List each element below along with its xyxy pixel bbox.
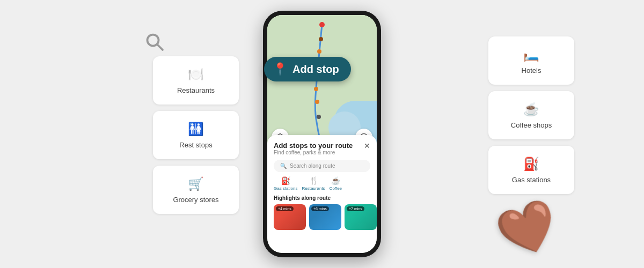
highlights-row: +4 mins +6 mins +7 mins [274, 204, 370, 230]
cat-coffee[interactable]: ☕ Coffee [330, 176, 342, 191]
add-stop-badge[interactable]: 📍 Add stop [264, 57, 351, 81]
phone: Add stops to your route Find coffee, par… [263, 11, 381, 257]
cat-restaurants-icon: 🍴 [309, 176, 318, 185]
phone-screen: Add stops to your route Find coffee, par… [267, 15, 377, 253]
grocery-icon: 🛒 [188, 176, 204, 191]
add-stop-icon: 📍 [273, 62, 287, 76]
highlight-badge-1: +4 mins [276, 206, 294, 211]
cat-coffee-icon: ☕ [331, 176, 340, 185]
svg-point-9 [317, 115, 321, 119]
restaurants-label: Restaurants [177, 86, 215, 94]
grocery-label: Grocery stores [173, 196, 218, 204]
map-area [267, 15, 377, 154]
search-placeholder: Search along route [290, 163, 335, 169]
card-rest-stops[interactable]: 🚻 Rest stops [153, 111, 239, 159]
svg-line-1 [158, 45, 163, 50]
phone-container: Add stops to your route Find coffee, par… [263, 11, 381, 257]
card-gas-stations[interactable]: ⛽ Gas stations [488, 146, 574, 194]
cat-gas-icon: ⛽ [281, 176, 290, 185]
sheet-header: Add stops to your route Find coffee, par… [274, 142, 370, 155]
hotels-icon: 🛏️ [523, 47, 539, 62]
svg-point-7 [314, 87, 318, 91]
coffee-icon: ☕ [523, 102, 539, 117]
cat-restaurants[interactable]: 🍴 Restaurants [302, 176, 325, 191]
search-icon [145, 32, 164, 54]
cat-coffee-label: Coffee [330, 186, 342, 191]
rest-stops-label: Rest stops [179, 141, 212, 149]
restaurants-icon: 🍽️ [188, 67, 204, 82]
gas-stations-label: Gas stations [512, 176, 551, 184]
sheet-title-area: Add stops to your route Find coffee, par… [274, 142, 353, 155]
left-cards-container: 🍽️ Restaurants 🚻 Rest stops 🛒 Grocery st… [153, 56, 239, 214]
svg-point-0 [148, 35, 159, 46]
svg-point-4 [317, 49, 321, 54]
sheet-close-button[interactable]: ✕ [364, 142, 370, 150]
svg-point-2 [319, 22, 325, 27]
scene: 🍽️ Restaurants 🚻 Rest stops 🛒 Grocery st… [0, 0, 644, 268]
card-grocery-stores[interactable]: 🛒 Grocery stores [153, 166, 239, 214]
highlight-card-3[interactable]: +7 mins [345, 204, 377, 230]
highlight-card-1[interactable]: +4 mins [274, 204, 306, 230]
coffee-shops-label: Coffee shops [511, 121, 552, 129]
add-stop-label: Add stop [292, 63, 339, 76]
category-row: ⛽ Gas stations 🍴 Restaurants ☕ Coffee [274, 176, 370, 191]
hotels-label: Hotels [522, 66, 541, 75]
rest-stops-icon: 🚻 [188, 122, 204, 137]
highlights-label: Highlights along route [274, 195, 370, 201]
highlight-badge-2: +6 mins [311, 206, 329, 211]
card-restaurants[interactable]: 🍽️ Restaurants [153, 56, 239, 105]
card-coffee-shops[interactable]: ☕ Coffee shops [488, 91, 574, 139]
sheet-title: Add stops to your route [274, 142, 353, 150]
cat-restaurants-label: Restaurants [302, 186, 325, 191]
bottom-sheet: Add stops to your route Find coffee, par… [267, 135, 377, 253]
cat-gas-label: Gas stations [274, 186, 297, 191]
card-hotels[interactable]: 🛏️ Hotels [488, 36, 574, 85]
hand-cursor: 🤎 [490, 192, 566, 266]
right-cards-container: 🛏️ Hotels ☕ Coffee shops ⛽ Gas stations [488, 36, 574, 194]
search-bar-icon: 🔍 [280, 163, 287, 169]
svg-point-8 [315, 100, 319, 104]
search-bar[interactable]: 🔍 Search along route [274, 160, 370, 172]
sheet-subtitle: Find coffee, parks & more [274, 150, 353, 155]
highlight-badge-3: +7 mins [347, 206, 364, 211]
svg-point-3 [319, 37, 323, 41]
highlight-card-2[interactable]: +6 mins [309, 204, 341, 230]
cat-gas[interactable]: ⛽ Gas stations [274, 176, 297, 191]
gas-icon: ⛽ [523, 157, 539, 172]
